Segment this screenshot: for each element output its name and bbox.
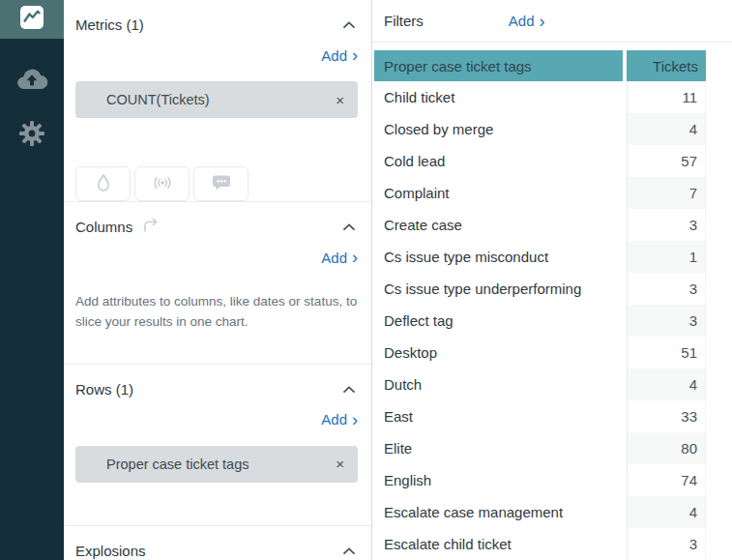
table-cell-tag: Escalate child ticket xyxy=(374,528,627,560)
chevron-right-icon: › xyxy=(352,251,358,264)
add-row-attribute-link[interactable]: Add› xyxy=(321,410,358,429)
table-cell-tickets: 3 xyxy=(627,273,706,305)
droplet-tool-button[interactable] xyxy=(75,166,131,201)
table-cell-tag: Create case xyxy=(374,209,627,241)
row-chip-label: Proper case ticket tags xyxy=(75,457,249,472)
table-row[interactable]: Deflect tag 3 xyxy=(374,305,706,337)
table-cell-tag: Cold lead xyxy=(374,145,627,177)
table-cell-tag: East xyxy=(374,400,627,432)
table-row[interactable]: Elite 80 xyxy=(374,432,706,464)
chevron-up-icon xyxy=(342,382,356,397)
filters-title: Filters xyxy=(384,13,424,29)
gear-icon xyxy=(17,119,46,152)
table-cell-tickets: 1 xyxy=(627,241,706,273)
table-body: Child ticket 11 Closed by merge 4 Cold l… xyxy=(374,81,706,560)
section-explosions: Explosions xyxy=(64,525,371,560)
broadcast-tool-button[interactable] xyxy=(134,166,190,201)
table-cell-tag: Elite xyxy=(374,432,627,464)
chevron-up-icon xyxy=(342,544,356,558)
table-row[interactable]: English 74 xyxy=(374,464,706,496)
metric-chip-label: COUNT(Tickets) xyxy=(75,92,210,107)
table-cell-tag: Child ticket xyxy=(374,81,627,113)
chevron-right-icon: › xyxy=(352,413,358,427)
app-window: Metrics (1) Add› COUNT(Tickets) × xyxy=(0,0,732,560)
table-cell-tag: Complaint xyxy=(374,177,627,209)
sidebar xyxy=(0,0,64,560)
remove-row-attribute-button[interactable]: × xyxy=(336,457,344,471)
chat-bubble-icon xyxy=(212,174,231,193)
metric-chip[interactable]: COUNT(Tickets) × xyxy=(75,81,358,118)
table-cell-tag: English xyxy=(374,464,627,496)
row-attribute-chip[interactable]: Proper case ticket tags × xyxy=(75,446,358,483)
table-cell-tickets: 3 xyxy=(627,209,706,241)
table-row[interactable]: Cold lead 57 xyxy=(374,145,706,177)
table-row[interactable]: Desktop 51 xyxy=(374,337,706,368)
table-header-row: Proper case ticket tags Tickets xyxy=(374,50,706,81)
table-cell-tickets: 4 xyxy=(627,496,706,528)
table-cell-tag: Closed by merge xyxy=(374,113,627,145)
columns-collapse-button[interactable] xyxy=(340,218,358,236)
table-cell-tickets: 3 xyxy=(627,305,706,337)
swap-axes-button[interactable] xyxy=(140,217,161,237)
swap-arrows-icon xyxy=(140,217,161,237)
chevron-up-icon xyxy=(342,220,356,234)
table-row[interactable]: East 33 xyxy=(374,400,706,432)
chevron-right-icon: › xyxy=(540,15,545,28)
comment-tool-button[interactable] xyxy=(193,166,249,201)
table-cell-tickets: 33 xyxy=(627,400,706,432)
add-metric-link[interactable]: Add› xyxy=(321,45,358,65)
results-area: Filters Add› Proper case ticket tags Tic… xyxy=(372,0,732,560)
section-rows: Rows (1) Add› Proper case ticket tags × xyxy=(64,364,371,525)
section-columns: Columns xyxy=(64,201,371,364)
table-header-attribute[interactable]: Proper case ticket tags xyxy=(374,50,623,81)
table-cell-tag: Cs issue type underperforming xyxy=(374,273,627,305)
table-header-metric[interactable]: Tickets xyxy=(627,50,706,81)
table-cell-tickets: 74 xyxy=(627,464,706,496)
table-row[interactable]: Create case 3 xyxy=(374,209,706,241)
remove-metric-button[interactable]: × xyxy=(336,93,344,107)
table-cell-tag: Dutch xyxy=(374,368,627,400)
query-builder-panel: Metrics (1) Add› COUNT(Tickets) × xyxy=(64,0,372,560)
table-cell-tickets: 51 xyxy=(627,337,706,368)
table-row[interactable]: Cs issue type misconduct 1 xyxy=(374,241,706,273)
table-cell-tickets: 57 xyxy=(627,145,706,177)
broadcast-icon xyxy=(152,175,173,193)
metrics-collapse-button[interactable] xyxy=(340,15,358,34)
table-row[interactable]: Child ticket 11 xyxy=(374,81,706,113)
table-cell-tickets: 7 xyxy=(627,177,706,209)
table-cell-tag: Escalate case management xyxy=(374,496,627,528)
chevron-right-icon: › xyxy=(352,48,358,62)
chart-icon xyxy=(19,5,44,34)
cloud-upload-icon xyxy=(15,67,48,95)
add-filter-link[interactable]: Add› xyxy=(509,13,545,29)
section-metrics: Metrics (1) Add› COUNT(Tickets) × xyxy=(64,0,371,201)
filters-bar: Filters Add› xyxy=(372,0,732,43)
add-column-link[interactable]: Add› xyxy=(321,248,358,267)
sidebar-item-settings[interactable] xyxy=(0,108,64,162)
explosions-collapse-button[interactable] xyxy=(340,542,358,560)
table-cell-tag: Cs issue type misconduct xyxy=(374,241,627,273)
explosions-section-title: Explosions xyxy=(75,543,146,559)
table-cell-tickets: 11 xyxy=(627,81,706,113)
sidebar-item-datasets[interactable] xyxy=(0,53,64,107)
table-cell-tickets: 80 xyxy=(627,432,706,464)
columns-help-text: Add attributes to columns, like dates or… xyxy=(75,292,358,333)
table-cell-tickets: 4 xyxy=(627,368,706,400)
table-cell-tag: Deflect tag xyxy=(374,305,627,337)
results-table: Proper case ticket tags Tickets Child ti… xyxy=(374,50,706,560)
rows-collapse-button[interactable] xyxy=(340,380,358,398)
table-row[interactable]: Cs issue type underperforming 3 xyxy=(374,273,706,305)
sidebar-item-reports[interactable] xyxy=(0,0,64,39)
table-row[interactable]: Closed by merge 4 xyxy=(374,113,706,145)
table-row[interactable]: Dutch 4 xyxy=(374,368,706,400)
chevron-up-icon xyxy=(342,17,356,32)
table-row[interactable]: Escalate child ticket 3 xyxy=(374,528,706,560)
droplet-icon xyxy=(96,173,111,195)
table-row[interactable]: Escalate case management 4 xyxy=(374,496,706,528)
columns-section-title: Columns xyxy=(75,219,132,235)
rows-section-title: Rows (1) xyxy=(75,381,133,398)
table-row[interactable]: Complaint 7 xyxy=(374,177,706,209)
table-cell-tag: Desktop xyxy=(374,337,627,368)
metrics-section-title: Metrics (1) xyxy=(75,16,144,33)
table-cell-tickets: 4 xyxy=(627,113,706,145)
